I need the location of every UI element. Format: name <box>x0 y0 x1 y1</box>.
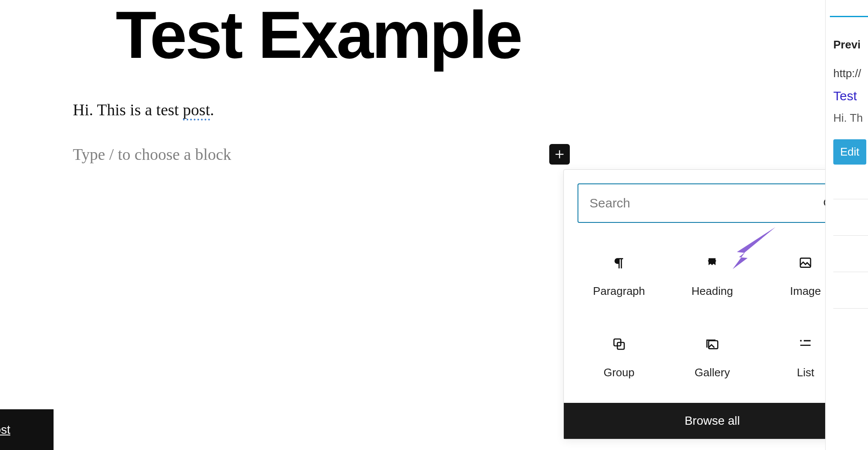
block-inserter-popover: Paragraph Heading Image Group Gallery <box>563 169 861 439</box>
edit-snippet-button[interactable]: Edit <box>833 139 866 165</box>
post-body-tail: . <box>210 101 214 119</box>
block-label: Group <box>604 366 635 379</box>
list-icon <box>798 337 813 351</box>
post-title[interactable]: Test Example <box>116 0 617 70</box>
block-label: Heading <box>691 285 733 298</box>
view-post-button[interactable]: w Post <box>0 409 54 450</box>
block-label: Paragraph <box>593 285 645 298</box>
plus-icon <box>554 148 566 160</box>
inserter-search-wrap <box>564 170 861 227</box>
image-icon <box>798 255 813 270</box>
block-heading[interactable]: Heading <box>666 236 759 317</box>
gallery-icon <box>705 337 719 351</box>
sidebar-section[interactable] <box>833 199 868 235</box>
block-group[interactable]: Group <box>572 317 666 399</box>
sidebar-section[interactable] <box>833 272 868 308</box>
svg-point-10 <box>800 340 802 342</box>
svg-rect-7 <box>709 341 718 349</box>
sidebar-sections <box>833 199 868 345</box>
preview-snippet: Hi. Th <box>833 110 868 126</box>
blocks-grid: Paragraph Heading Image Group Gallery <box>564 227 861 403</box>
preview-heading: Previ <box>833 36 868 53</box>
inserter-search[interactable] <box>578 183 847 223</box>
post-body-text: Hi. This is a test <box>73 101 183 119</box>
sidebar-section[interactable] <box>833 308 868 345</box>
inserter-search-input[interactable] <box>590 196 822 210</box>
block-paragraph[interactable]: Paragraph <box>572 236 666 317</box>
preview-title[interactable]: Test <box>833 86 868 105</box>
view-post-label: w Post <box>0 423 10 437</box>
block-gallery[interactable]: Gallery <box>666 317 759 399</box>
block-label: List <box>797 366 814 379</box>
settings-sidebar: Previ http:// Test Hi. Th Edit <box>825 0 868 450</box>
spellcheck-word[interactable]: post <box>183 101 210 120</box>
add-block-button[interactable] <box>549 144 570 165</box>
new-block-line[interactable]: Type / to choose a block <box>73 144 570 165</box>
paragraph-icon <box>612 255 626 270</box>
block-placeholder: Type / to choose a block <box>73 145 231 164</box>
block-label: Image <box>790 285 821 298</box>
preview-url: http:// <box>833 65 868 82</box>
block-label: Gallery <box>694 366 730 379</box>
post-body-paragraph[interactable]: Hi. This is a test post. <box>73 100 617 119</box>
sidebar-active-tab[interactable] <box>830 0 868 17</box>
browse-all-button[interactable]: Browse all <box>564 403 861 439</box>
editor-canvas: Test Example Hi. This is a test post. Ty… <box>0 0 617 450</box>
group-icon <box>612 337 626 351</box>
heading-icon <box>705 255 719 270</box>
sidebar-section[interactable] <box>833 235 868 272</box>
